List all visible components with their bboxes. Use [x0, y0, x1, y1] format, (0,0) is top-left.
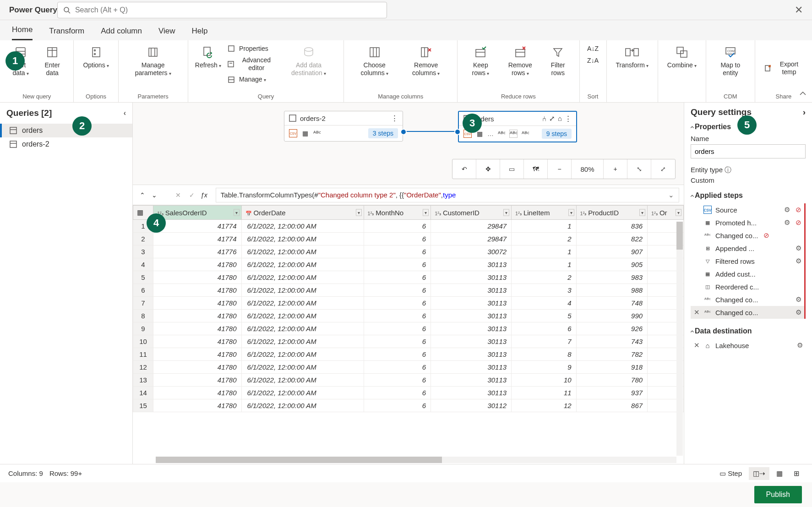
- transform-button[interactable]: Transform: [613, 43, 651, 100]
- applied-step[interactable]: ᴬᴮᶜChanged co...⊘: [691, 229, 804, 242]
- cell[interactable]: 6/1/2022, 12:00:00 AM: [241, 374, 364, 387]
- enter-data-button[interactable]: Enter data: [38, 43, 67, 93]
- row-number[interactable]: 5: [133, 271, 153, 284]
- cell[interactable]: 30113: [431, 322, 512, 335]
- keep-rows-button[interactable]: Keep rows: [464, 43, 497, 93]
- zoom-level[interactable]: 80%: [572, 159, 604, 179]
- column-header-Or[interactable]: 1²₃Or▾: [648, 206, 684, 220]
- applied-steps-section[interactable]: Applied steps: [691, 191, 806, 200]
- cell[interactable]: 30113: [431, 361, 512, 374]
- cell[interactable]: 41780: [153, 387, 242, 399]
- cell[interactable]: 6: [364, 284, 431, 297]
- table-row[interactable]: 6417806/1/2022, 12:00:00 AM6301133988: [133, 284, 684, 297]
- cell[interactable]: 30113: [431, 258, 512, 271]
- cell[interactable]: 41780: [153, 361, 242, 374]
- cell[interactable]: 6: [364, 297, 431, 310]
- cell[interactable]: 7: [512, 335, 576, 348]
- schema-view-button[interactable]: ⊞: [790, 467, 804, 480]
- column-header-SalesOrderID[interactable]: 1²₃SalesOrderID▾: [153, 206, 242, 220]
- minimap-button[interactable]: 🗺: [524, 159, 548, 179]
- cell[interactable]: 4: [512, 297, 576, 310]
- cell[interactable]: 41780: [153, 322, 242, 335]
- cell[interactable]: 30113: [431, 271, 512, 284]
- gear-icon[interactable]: ⚙: [796, 257, 801, 265]
- cell[interactable]: 1: [512, 220, 576, 233]
- vertical-scrollbar[interactable]: [676, 222, 683, 456]
- cell[interactable]: 6/1/2022, 12:00:00 AM: [241, 258, 364, 271]
- table-row[interactable]: 8417806/1/2022, 12:00:00 AM6301135990: [133, 310, 684, 322]
- cell[interactable]: 6: [364, 335, 431, 348]
- row-number[interactable]: 14: [133, 387, 153, 399]
- applied-step[interactable]: ▦Added cust...: [691, 267, 804, 280]
- cell[interactable]: 6: [364, 220, 431, 233]
- cell[interactable]: 3: [512, 284, 576, 297]
- data-destination-item[interactable]: ✕ ⌂ Lakehouse ⚙: [691, 339, 806, 352]
- applied-step[interactable]: csvSource⚙⊘: [691, 203, 804, 216]
- column-filter-button[interactable]: ▾: [356, 209, 362, 216]
- table-row[interactable]: 1417746/1/2022, 12:00:00 AM6298471836: [133, 220, 684, 233]
- cell[interactable]: 907: [576, 245, 648, 258]
- remove-columns-button[interactable]: Remove columns: [401, 43, 451, 93]
- cell[interactable]: 6/1/2022, 12:00:00 AM: [241, 387, 364, 399]
- query-item-orders[interactable]: orders: [0, 124, 132, 137]
- table-row[interactable]: 10417806/1/2022, 12:00:00 AM6301137743: [133, 335, 684, 348]
- data-destination-section[interactable]: Data destination: [691, 327, 806, 335]
- pan-button[interactable]: ✥: [476, 159, 500, 179]
- cell[interactable]: 29847: [431, 220, 512, 233]
- applied-step[interactable]: ▽Filtered rows⚙: [691, 255, 804, 267]
- cell[interactable]: 836: [576, 220, 648, 233]
- cancel-formula-button[interactable]: ✕: [173, 190, 183, 200]
- cell[interactable]: 41780: [153, 335, 242, 348]
- cell[interactable]: 926: [576, 322, 648, 335]
- cell[interactable]: 1: [512, 258, 576, 271]
- cell[interactable]: 6: [364, 348, 431, 361]
- cell[interactable]: 1: [512, 245, 576, 258]
- cell[interactable]: 6/1/2022, 12:00:00 AM: [241, 271, 364, 284]
- cell[interactable]: 30113: [431, 387, 512, 399]
- cell[interactable]: 867: [576, 399, 648, 412]
- cell[interactable]: 6: [364, 387, 431, 399]
- cell[interactable]: 30113: [431, 348, 512, 361]
- table-row[interactable]: 13417806/1/2022, 12:00:00 AM63011310780: [133, 374, 684, 387]
- collapse-settings-button[interactable]: ›: [803, 107, 806, 117]
- table-row[interactable]: 7417806/1/2022, 12:00:00 AM6301134748: [133, 297, 684, 310]
- grid-view-button[interactable]: ▦: [772, 467, 787, 480]
- row-number[interactable]: 8: [133, 310, 153, 322]
- cell[interactable]: 41780: [153, 258, 242, 271]
- sort-asc-button[interactable]: A↓Z: [586, 43, 600, 54]
- undo-button[interactable]: ↶: [452, 159, 476, 179]
- cell[interactable]: 6: [364, 361, 431, 374]
- row-number[interactable]: 13: [133, 374, 153, 387]
- tab-transform[interactable]: Transform: [49, 27, 84, 40]
- table-row[interactable]: 12417806/1/2022, 12:00:00 AM6301139918: [133, 361, 684, 374]
- cell[interactable]: 905: [576, 258, 648, 271]
- data-grid[interactable]: ▦1²₃SalesOrderID▾📅OrderDate▾1²₃MonthNo▾1…: [133, 205, 684, 464]
- filter-rows-button[interactable]: Filter rows: [543, 43, 573, 93]
- refresh-button[interactable]: Refresh: [195, 43, 222, 93]
- cell[interactable]: 41774: [153, 220, 242, 233]
- add-data-destination-button[interactable]: Add data destination: [280, 43, 338, 93]
- row-number[interactable]: 6: [133, 284, 153, 297]
- cell[interactable]: 6: [364, 271, 431, 284]
- cell[interactable]: 30072: [431, 245, 512, 258]
- manage-button[interactable]: Manage: [224, 74, 278, 85]
- expand-formula-button[interactable]: ⌄: [668, 191, 674, 199]
- cell[interactable]: 41774: [153, 233, 242, 245]
- home-icon[interactable]: ⌂: [558, 114, 562, 123]
- query-item-orders-2[interactable]: orders-2: [0, 137, 132, 151]
- delete-step-button[interactable]: ✕: [693, 308, 700, 316]
- export-temp-button[interactable]: Export temp: [762, 43, 806, 93]
- cell[interactable]: 10: [512, 374, 576, 387]
- more-icon[interactable]: ⋮: [565, 114, 572, 123]
- column-header-OrderDate[interactable]: 📅OrderDate▾: [241, 206, 364, 220]
- commit-formula-button[interactable]: ✓: [187, 190, 197, 200]
- cell[interactable]: 2: [512, 233, 576, 245]
- row-number[interactable]: 4: [133, 258, 153, 271]
- cell[interactable]: 30113: [431, 374, 512, 387]
- cell[interactable]: 6: [512, 322, 576, 335]
- collapse-queries-button[interactable]: ‹: [124, 109, 126, 117]
- cell[interactable]: 6/1/2022, 12:00:00 AM: [241, 399, 364, 412]
- table-row[interactable]: 3417766/1/2022, 12:00:00 AM6300721907: [133, 245, 684, 258]
- table-row[interactable]: 5417806/1/2022, 12:00:00 AM6301132983: [133, 271, 684, 284]
- cell[interactable]: 6/1/2022, 12:00:00 AM: [241, 297, 364, 310]
